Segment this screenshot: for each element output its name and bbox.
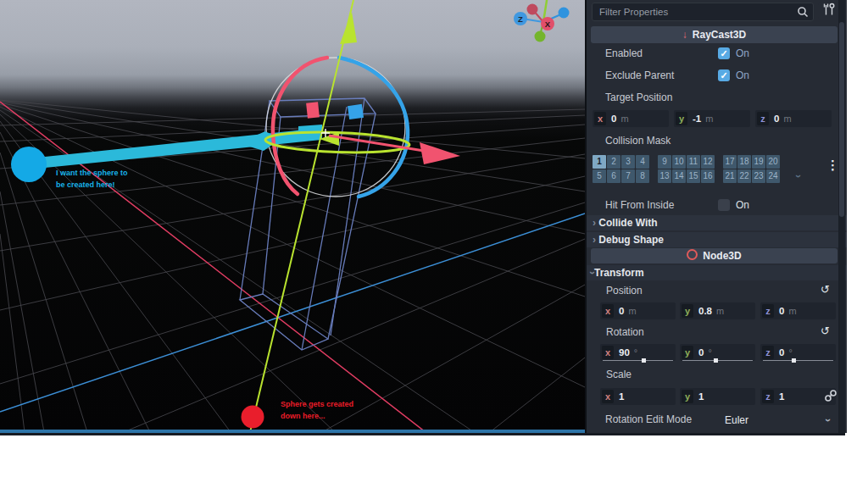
collision-mask-cell-15[interactable]: 15 bbox=[687, 169, 700, 183]
raycast-arrow-icon: ↓ bbox=[682, 29, 687, 41]
collision-mask-cell-14[interactable]: 14 bbox=[672, 169, 686, 183]
orientation-gizmo[interactable]: Z X bbox=[514, 0, 570, 42]
collision-mask-row1: 1234910111217181920 bbox=[593, 155, 788, 169]
category-node3d: Node3D bbox=[591, 248, 837, 263]
collision-mask-cell-3[interactable]: 3 bbox=[621, 155, 635, 169]
prop-label-rotation-edit-mode: Rotation Edit Mode bbox=[605, 413, 692, 426]
position-x-field[interactable]: x 0m bbox=[600, 302, 676, 319]
rotation-z-slider[interactable]: z 0° bbox=[760, 344, 836, 361]
target-position-z-field[interactable]: z 0m bbox=[755, 110, 832, 127]
collision-mask-expand-icon[interactable]: › bbox=[793, 175, 804, 178]
axis-neg-y-ball[interactable] bbox=[535, 31, 546, 42]
annotation-result-sphere bbox=[242, 406, 264, 429]
scale-y-field[interactable]: y 1 bbox=[680, 388, 755, 405]
rotation-y-slider[interactable]: y 0° bbox=[680, 344, 755, 361]
enabled-checkbox[interactable]: ✓ bbox=[718, 47, 730, 59]
collision-mask-cell-12[interactable]: 12 bbox=[701, 155, 715, 169]
collision-mask-cell-2[interactable]: 2 bbox=[607, 155, 620, 169]
prop-label-hit-from-inside: Hit From Inside bbox=[605, 198, 674, 212]
collision-mask-cell-18[interactable]: 18 bbox=[737, 155, 751, 169]
collision-mask-cell-8[interactable]: 8 bbox=[636, 169, 649, 183]
target-position-x-field[interactable]: x 0m bbox=[593, 110, 669, 127]
collision-mask-cell-13[interactable]: 13 bbox=[658, 169, 671, 183]
rotation-x-slider[interactable]: x 90° bbox=[600, 344, 676, 361]
prop-label-collision-mask: Collision Mask bbox=[605, 134, 670, 147]
exclude-parent-checkbox[interactable]: ✓ bbox=[718, 69, 730, 81]
scale-link-button[interactable] bbox=[824, 389, 837, 405]
prop-label-position: Position bbox=[606, 284, 643, 297]
prop-label-scale: Scale bbox=[606, 368, 632, 381]
collision-mask-cell-9[interactable]: 9 bbox=[658, 155, 671, 169]
rotation-edit-mode-dropdown[interactable]: Euler bbox=[725, 413, 748, 428]
rotation-z-handle[interactable] bbox=[792, 358, 796, 363]
collision-mask-row2: 56781314151621222324 bbox=[593, 169, 788, 183]
collision-mask-cell-7[interactable]: 7 bbox=[621, 169, 635, 183]
axis-z-label: Z bbox=[518, 14, 523, 24]
inspector-tools-button[interactable] bbox=[818, 3, 840, 19]
collision-mask-cell-16[interactable]: 16 bbox=[701, 169, 715, 183]
rotation-revert-button[interactable]: ↺ bbox=[821, 325, 830, 337]
gizmo-x-scale-handle[interactable] bbox=[306, 102, 320, 118]
exclude-parent-value: On bbox=[736, 69, 749, 81]
gizmo-y-move-arrow[interactable] bbox=[340, 12, 357, 44]
collision-mask-cell-11[interactable]: 11 bbox=[687, 155, 700, 169]
annotation-target-sphere bbox=[11, 147, 47, 182]
hit-from-inside-checkbox[interactable] bbox=[718, 199, 730, 211]
collision-mask-cell-5[interactable]: 5 bbox=[593, 169, 606, 183]
annotation-result-text: Sphere gets created down here... bbox=[281, 398, 353, 422]
gizmo-z-scale-handle[interactable] bbox=[348, 104, 364, 119]
filter-properties-box[interactable] bbox=[592, 3, 814, 21]
section-debug-shape[interactable]: › Debug Shape bbox=[587, 232, 847, 247]
rotation-y-handle[interactable] bbox=[714, 358, 718, 363]
scale-x-field[interactable]: x 1 bbox=[600, 388, 676, 405]
collision-mask-cell-1[interactable]: 1 bbox=[593, 155, 606, 169]
prop-label-rotation: Rotation bbox=[606, 325, 644, 339]
collision-mask-cell-4[interactable]: 4 bbox=[636, 155, 649, 169]
gizmo-z-rotation-arc[interactable] bbox=[339, 58, 408, 197]
scene-canvas: Z X bbox=[0, 0, 585, 430]
panel-bottom-border bbox=[0, 433, 845, 435]
prop-label-target-position: Target Position bbox=[605, 91, 672, 104]
page-background: Z X I want the sphere to be created here… bbox=[0, 0, 868, 488]
target-position-y-field[interactable]: y -1m bbox=[674, 110, 750, 127]
section-transform[interactable]: ›Transform bbox=[587, 265, 847, 280]
chain-link-icon bbox=[824, 389, 837, 402]
node3d-icon bbox=[687, 249, 698, 260]
position-revert-button[interactable]: ↺ bbox=[821, 284, 830, 296]
collision-mask-cell-6[interactable]: 6 bbox=[607, 169, 620, 183]
position-z-field[interactable]: z 0m bbox=[760, 302, 836, 319]
collision-mask-cell-24[interactable]: 24 bbox=[766, 169, 780, 183]
collision-mask-cell-21[interactable]: 21 bbox=[723, 169, 737, 183]
collision-mask-menu-button[interactable]: ⋮ bbox=[826, 161, 839, 169]
axis-neg-x-ball[interactable] bbox=[527, 4, 538, 15]
world-x-axis-line bbox=[0, 102, 426, 430]
section-collide-with[interactable]: › Collide With bbox=[587, 215, 847, 230]
enabled-value: On bbox=[736, 47, 749, 59]
position-y-field[interactable]: y 0.8m bbox=[680, 302, 755, 319]
collision-mask-cell-19[interactable]: 19 bbox=[752, 155, 765, 169]
collision-mask-cell-22[interactable]: 22 bbox=[737, 169, 751, 183]
prop-label-exclude-parent: Exclude Parent bbox=[605, 69, 674, 82]
category-raycast3d: ↓RayCast3D bbox=[591, 26, 837, 43]
axis-neg-z-ball[interactable] bbox=[559, 8, 570, 19]
hit-from-inside-value: On bbox=[736, 199, 749, 211]
collision-mask-cell-23[interactable]: 23 bbox=[752, 169, 765, 183]
3d-viewport[interactable]: Z X I want the sphere to be created here… bbox=[0, 0, 585, 430]
rotation-x-handle[interactable] bbox=[642, 358, 646, 363]
inspector-panel: ↓RayCast3D Enabled ✓ On Exclude Parent ✓… bbox=[585, 0, 847, 433]
annotation-target-text: I want the sphere to be created here! bbox=[56, 167, 128, 191]
prop-label-enabled: Enabled bbox=[605, 47, 643, 60]
dropdown-chevron-icon[interactable]: › bbox=[821, 419, 836, 422]
search-icon bbox=[797, 6, 809, 20]
collision-mask-cell-10[interactable]: 10 bbox=[672, 155, 686, 169]
axis-x-label: X bbox=[545, 19, 551, 29]
inspector-scrollbar-grabber[interactable] bbox=[839, 22, 844, 217]
tools-icon bbox=[822, 3, 836, 16]
collision-mask-cell-20[interactable]: 20 bbox=[766, 155, 780, 169]
filter-properties-input[interactable] bbox=[598, 4, 787, 19]
collision-mask-cell-17[interactable]: 17 bbox=[723, 155, 737, 169]
